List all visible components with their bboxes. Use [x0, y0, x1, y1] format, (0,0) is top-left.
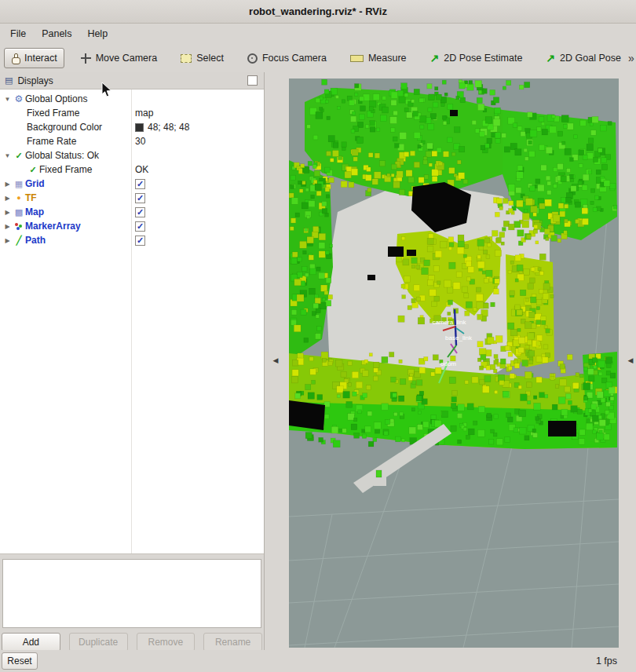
focus-camera-icon	[247, 53, 258, 64]
tree-cell-name: Background Color	[0, 120, 131, 134]
marker-dots	[14, 222, 24, 231]
toolbar-overflow-button[interactable]: »	[628, 52, 636, 64]
tree-row-frame-rate[interactable]: Frame Rate30	[0, 134, 264, 148]
tree-label: Grid	[25, 178, 45, 189]
tree-row-background-color[interactable]: Background Color48; 48; 48	[0, 120, 264, 134]
tree-label: Global Status: Ok	[25, 150, 99, 161]
toolbar: InteractMove CameraSelectFocus CameraMea…	[0, 44, 636, 72]
tree-row-path[interactable]: ▶╱Path✓	[0, 233, 264, 247]
displays-tree: ▼⚙Global OptionsFixed FramemapBackground…	[0, 89, 264, 554]
tree-cell-value	[131, 148, 264, 163]
tf-label-base-link: base_link	[445, 334, 473, 341]
measure-ruler-icon	[350, 55, 364, 62]
expander-icon[interactable]: ▶	[2, 237, 13, 244]
tree-cell-value: OK	[131, 163, 264, 177]
tree-value-text: 48; 48; 48	[148, 122, 189, 133]
select-box-icon	[181, 54, 192, 63]
tree-row-fixed-frame[interactable]: ✓Fixed FrameOK	[0, 163, 264, 177]
render-view-scene[interactable]: camera_link base_link odom	[289, 79, 619, 648]
toolbar-button-label: Move Camera	[96, 53, 158, 64]
check-icon: ✓	[27, 165, 39, 175]
displays-panel-header[interactable]: ▤ Displays	[0, 72, 264, 89]
tree-cell-name: ▶▩Map	[0, 205, 131, 219]
tree-cell-value: 30	[131, 134, 264, 148]
tree-row-tf[interactable]: ▶●TF✓	[0, 191, 264, 205]
panel-close-button[interactable]	[247, 75, 258, 86]
displays-panel-icon: ▤	[5, 75, 13, 86]
collapse-left-panel-arrow[interactable]: ◀	[271, 355, 280, 366]
tree-row-grid[interactable]: ▶▦Grid✓	[0, 177, 264, 191]
toolbar-button-2d-goal-pose[interactable]: ↗2D Goal Pose	[539, 48, 628, 68]
menubar: FilePanelsHelp	[0, 24, 636, 44]
tree-cell-name: Fixed Frame	[0, 106, 131, 120]
toolbar-button-label: Interact	[24, 53, 57, 64]
toolbar-button-label: 2D Pose Estimate	[444, 53, 522, 64]
expander-icon[interactable]: ▼	[2, 152, 13, 159]
toolbar-button-label: Measure	[368, 53, 407, 64]
tree-label: Path	[25, 235, 46, 246]
tree-row-fixed-frame[interactable]: Fixed Framemap	[0, 106, 264, 120]
tree-row-global-status-ok[interactable]: ▼✓Global Status: Ok	[0, 148, 264, 163]
check-icon: ✓	[13, 151, 25, 161]
main-area: ▤ Displays ▼⚙Global OptionsFixed Framema…	[0, 72, 636, 650]
tree-label: Fixed Frame	[27, 108, 79, 119]
toolbar-button-2d-pose-estimate[interactable]: ↗2D Pose Estimate	[423, 48, 530, 68]
grid-icon: ▦	[13, 179, 25, 189]
tree-row-markerarray[interactable]: ▶MarkerArray✓	[0, 219, 264, 233]
tf-label-camera-link: camera_link	[432, 319, 466, 326]
enabled-checkbox[interactable]: ✓	[135, 236, 145, 246]
mouse-cursor	[101, 82, 114, 99]
color-swatch	[135, 123, 144, 132]
remove-button: Remove	[137, 633, 196, 652]
tree-label: Frame Rate	[27, 136, 76, 147]
tree-cell-value: map	[131, 106, 264, 120]
expander-icon[interactable]: ▼	[2, 96, 13, 103]
menu-panels[interactable]: Panels	[35, 26, 79, 42]
expand-right-panel-arrow[interactable]: ◀	[626, 355, 635, 366]
toolbar-button-label: Select	[196, 53, 224, 64]
expander-icon[interactable]: ▶	[2, 195, 13, 202]
reset-button[interactable]: Reset	[2, 652, 38, 670]
toolbar-button-move-camera[interactable]: Move Camera	[74, 48, 165, 68]
tree-label: TF	[25, 192, 37, 203]
enabled-checkbox[interactable]: ✓	[135, 207, 145, 217]
tree-value-text: OK	[135, 164, 148, 175]
map-icon: ▩	[13, 207, 25, 217]
statusbar: Reset 1 fps	[0, 650, 636, 672]
menu-file[interactable]: File	[3, 26, 33, 42]
tree-label: Fixed Frame	[39, 164, 92, 175]
hand-icon	[11, 53, 20, 64]
toolbar-button-select[interactable]: Select	[174, 48, 231, 68]
tree-cell-name: ▶MarkerArray	[0, 219, 131, 233]
pose-arrow-icon: ↗	[430, 53, 440, 64]
toolbar-button-label: Focus Camera	[262, 53, 327, 64]
tree-cell-name: ▼✓Global Status: Ok	[0, 148, 131, 163]
toolbar-button-focus-camera[interactable]: Focus Camera	[240, 48, 334, 68]
expander-icon[interactable]: ▶	[2, 223, 13, 230]
toolbar-button-label: 2D Goal Pose	[560, 53, 621, 64]
add-button[interactable]: Add	[2, 633, 60, 652]
tree-cell-name: ▶▦Grid	[0, 177, 131, 191]
enabled-checkbox[interactable]: ✓	[135, 221, 145, 232]
render-view[interactable]: camera_link base_link odom	[289, 79, 619, 648]
tree-value-text: 30	[135, 136, 145, 147]
tree-cell-value: 48; 48; 48	[131, 120, 264, 134]
menu-help[interactable]: Help	[80, 26, 115, 42]
expander-icon[interactable]: ▶	[2, 209, 13, 216]
enabled-checkbox[interactable]: ✓	[135, 193, 145, 203]
displays-panel-title: Displays	[17, 75, 53, 86]
displays-panel: ▤ Displays ▼⚙Global OptionsFixed Framema…	[0, 72, 265, 650]
toolbar-button-measure[interactable]: Measure	[343, 48, 414, 68]
duplicate-button: Duplicate	[69, 633, 128, 652]
expander-icon[interactable]: ▶	[2, 181, 13, 188]
window-titlebar[interactable]: robot_wandering.rviz* - RViz	[0, 0, 636, 24]
gear-icon: ⚙	[13, 93, 25, 104]
tree-cell-value: ✓	[131, 233, 264, 247]
tree-cell-name: ▶╱Path	[0, 233, 131, 247]
tree-row-global-options[interactable]: ▼⚙Global Options	[0, 92, 264, 106]
enabled-checkbox[interactable]: ✓	[135, 179, 145, 189]
tree-cell-value: ✓	[131, 219, 264, 233]
tree-row-map[interactable]: ▶▩Map✓	[0, 205, 264, 219]
tree-label: Global Options	[25, 93, 87, 104]
toolbar-button-interact[interactable]: Interact	[4, 48, 64, 68]
